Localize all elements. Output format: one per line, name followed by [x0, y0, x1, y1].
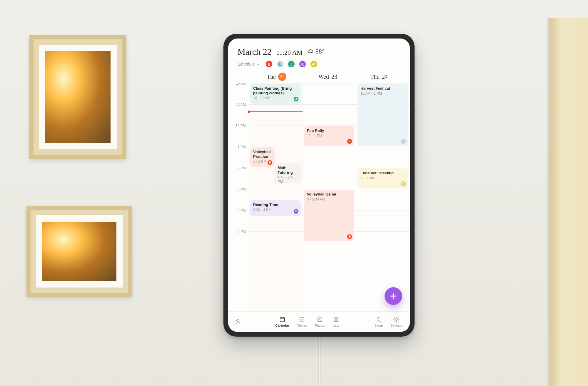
status-weather: 88° [307, 48, 325, 55]
event-time: 12 - 1 PM [307, 134, 352, 138]
hour-gridline [356, 231, 410, 232]
list-icon [333, 316, 339, 323]
event-time: 10 - 11 AM [253, 96, 298, 100]
member-avatar-m[interactable]: M [310, 60, 318, 68]
day-header-thu[interactable]: Thu24 [353, 73, 405, 81]
add-event-button[interactable] [385, 287, 402, 305]
hour-gridline [356, 210, 410, 210]
nav-lists[interactable]: Lists [333, 316, 339, 327]
nav-sleep[interactable]: Sleep [375, 316, 383, 327]
member-filter-avatars: ELJKM [265, 60, 318, 68]
event-member-dot: E [347, 234, 352, 239]
hour-label: 1 PM [228, 145, 246, 149]
event-title: Luna Vet Checkup [360, 171, 405, 176]
plus-icon [389, 292, 398, 300]
event-title: Pep Rally [307, 128, 352, 133]
bottom-nav: S CalendarChoresPhotosLists SleepSetting… [228, 311, 410, 332]
event-title: Harvest Festival [360, 86, 405, 91]
screen: March 22 11:20 AM 88° Schedule ELJKM Tue… [228, 39, 410, 332]
day-header-num: 23 [331, 73, 337, 80]
nav-label: Sleep [375, 324, 383, 327]
nav-photos[interactable]: Photos [315, 316, 325, 327]
event-title: Class Painting (Bring painting clothes) [253, 86, 298, 95]
hour-gridline [303, 168, 356, 168]
hour-gridline [356, 147, 410, 147]
event-time: 1:45 - 2:45 PM [278, 175, 298, 183]
hour-gridline [303, 126, 356, 126]
event-title: Math Tutoring [278, 166, 298, 175]
event-card[interactable]: Math Tutoring1:45 - 2:45 PM [275, 163, 300, 183]
event-member-dot: L [401, 139, 406, 144]
hour-gridline [249, 83, 303, 83]
event-member-dot: J [294, 97, 298, 101]
day-column-tue[interactable]: Class Painting (Bring painting clothes)1… [249, 83, 303, 311]
member-avatar-k[interactable]: K [299, 60, 306, 68]
day-header-dow: Wed [318, 73, 329, 80]
hour-gridline [249, 189, 303, 189]
nav-label: Lists [333, 324, 339, 327]
day-header-today-badge: 22 [278, 73, 286, 81]
day-header-wed[interactable]: Wed23 [302, 73, 353, 81]
status-date: March 22 [238, 47, 272, 57]
shelf-decor [547, 18, 588, 386]
member-avatar-l[interactable]: L [276, 60, 284, 68]
chevron-down-icon [256, 62, 260, 66]
event-card[interactable]: Class Painting (Bring painting clothes)1… [250, 84, 301, 104]
day-column-wed[interactable]: Pep Rally12 - 1 PMEVolleyball Game3 - 5:… [303, 83, 356, 311]
event-time: 2 - 3 PM [360, 176, 405, 180]
hour-gridline [249, 231, 303, 232]
photo-frame-top [29, 35, 126, 159]
hour-gridline [303, 104, 356, 105]
event-card[interactable]: Pep Rally12 - 1 PME [304, 126, 355, 146]
event-card[interactable]: Luna Vet Checkup2 - 3 PMM [358, 168, 408, 188]
filter-row: Schedule ELJKM [228, 57, 410, 70]
hour-gridline [303, 147, 356, 147]
event-card[interactable]: Volleyball Game3 - 5:30 PME [304, 190, 355, 241]
status-bar: March 22 11:20 AM 88° [228, 39, 410, 57]
calendar-icon [279, 316, 285, 323]
event-card[interactable]: Reading Time3:30 - 4 PMK [250, 200, 301, 216]
event-card[interactable]: Harvest Festival10 AM - 1 PML [358, 84, 408, 146]
hour-label: 10 AM [228, 83, 246, 86]
smart-display-device: March 22 11:20 AM 88° Schedule ELJKM Tue… [223, 34, 415, 337]
hour-label: 5 PM [228, 230, 246, 234]
nav-label: Chores [297, 324, 307, 327]
time-axis: 10 AM11 AM12 PM1 PM2 PM3 PM4 PM5 PM [228, 83, 249, 311]
photo-frame-bottom [26, 206, 132, 297]
moon-icon [375, 316, 382, 323]
nav-label: Settings [390, 324, 402, 327]
member-avatar-e[interactable]: E [265, 60, 273, 68]
event-member-dot: K [294, 209, 298, 214]
day-column-thu[interactable]: Harvest Festival10 AM - 1 PMLLuna Vet Ch… [356, 83, 410, 311]
hour-label: 11 AM [228, 103, 246, 107]
current-time-indicator [249, 111, 303, 112]
hour-gridline [303, 83, 356, 83]
member-avatar-j[interactable]: J [288, 60, 295, 68]
status-temp: 88° [315, 48, 325, 55]
event-title: Reading Time [253, 203, 298, 207]
hour-gridline [356, 168, 410, 168]
hour-label: 12 PM [228, 124, 246, 128]
view-picker-label: Schedule [238, 62, 255, 66]
hour-gridline [249, 104, 303, 105]
nav-settings[interactable]: Settings [390, 316, 402, 327]
status-time: 11:20 AM [276, 49, 303, 56]
day-header-tue[interactable]: Tue22 [251, 73, 302, 81]
day-header-row: Tue22Wed23Thu24 [228, 70, 410, 83]
day-header-dow: Thu [370, 73, 380, 80]
event-card[interactable]: Volleyball Practice1 - 2 PME [250, 147, 275, 167]
event-title: Volleyball Game [307, 192, 352, 197]
calendar-body[interactable]: 10 AM11 AM12 PM1 PM2 PM3 PM4 PM5 PM Clas… [228, 83, 410, 311]
event-time: 3 - 5:30 PM [307, 197, 352, 201]
device-power-cord [318, 337, 320, 386]
nav-calendar[interactable]: Calendar [275, 316, 289, 327]
day-header-dow: Tue [267, 73, 276, 80]
brand-mark: S [236, 318, 240, 326]
nav-chores[interactable]: Chores [297, 316, 307, 327]
nav-label: Calendar [275, 324, 289, 327]
view-picker[interactable]: Schedule [238, 62, 260, 66]
event-time: 3:30 - 4 PM [253, 208, 298, 212]
hour-label: 2 PM [228, 166, 246, 170]
hour-gridline [356, 189, 410, 189]
nav-label: Photos [315, 324, 325, 327]
